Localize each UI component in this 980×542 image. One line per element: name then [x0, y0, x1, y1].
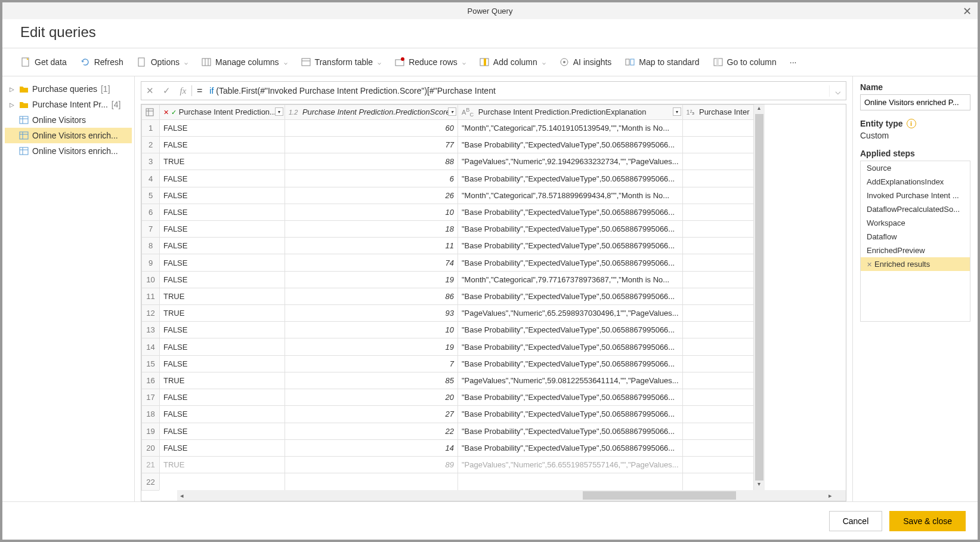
- applied-step[interactable]: AddExplanationsIndex: [861, 175, 970, 189]
- table-row[interactable]: 16TRUE85"PageValues","Numeric",59.081225…: [142, 372, 754, 389]
- cell-partial[interactable]: [682, 153, 753, 170]
- applied-step[interactable]: Source: [861, 161, 970, 175]
- cell-prediction[interactable]: FALSE: [160, 423, 285, 439]
- table-row[interactable]: 19FALSE22"Base Probability","ExpectedVal…: [142, 423, 754, 439]
- cell-prediction[interactable]: FALSE: [160, 204, 285, 220]
- cell-explanation[interactable]: "Base Probability","ExpectedValueType",5…: [458, 338, 683, 355]
- close-icon[interactable]: ✕: [963, 5, 972, 18]
- ai-insights-button[interactable]: AI insights: [553, 53, 618, 71]
- expand-icon[interactable]: ▷: [10, 86, 16, 93]
- cell-partial[interactable]: [682, 204, 753, 220]
- vertical-scrollbar[interactable]: ▴ ▾: [754, 104, 765, 490]
- cell-prediction[interactable]: FALSE: [160, 221, 285, 238]
- cell-partial[interactable]: [682, 372, 753, 389]
- cell-score[interactable]: 74: [285, 254, 458, 271]
- cell-score[interactable]: 89: [285, 456, 458, 473]
- add-column-button[interactable]: Add column ⌵: [473, 53, 552, 71]
- cell-prediction[interactable]: FALSE: [160, 170, 285, 187]
- column-filter-icon[interactable]: ▾: [673, 107, 681, 116]
- cell-prediction[interactable]: FALSE: [160, 137, 285, 153]
- more-button[interactable]: ···: [784, 54, 803, 70]
- row-number-header[interactable]: [142, 105, 160, 120]
- cell-explanation[interactable]: "Base Probability","ExpectedValueType",5…: [458, 170, 683, 187]
- column-header-partial[interactable]: 1²₃ Purchase Inter: [682, 105, 753, 120]
- cell-score[interactable]: 18: [285, 221, 458, 238]
- sidebar-item[interactable]: Online Visitors enrich...: [5, 128, 132, 143]
- cell-explanation[interactable]: "PageValues","Numeric",56.65519857557146…: [458, 456, 683, 473]
- cell-score[interactable]: 85: [285, 372, 458, 389]
- cell-score[interactable]: 22: [285, 423, 458, 439]
- scroll-thumb[interactable]: [583, 491, 736, 500]
- table-row[interactable]: 22: [142, 473, 754, 490]
- cell-partial[interactable]: [682, 406, 753, 423]
- cell-explanation[interactable]: "Base Probability","ExpectedValueType",5…: [458, 288, 683, 304]
- info-icon[interactable]: i: [907, 119, 916, 128]
- applied-step[interactable]: Workspace: [861, 216, 970, 230]
- applied-step[interactable]: EnrichedPreview: [861, 244, 970, 257]
- cell-explanation[interactable]: "PageValues","Numeric",59.08122553641114…: [458, 372, 683, 389]
- horizontal-scrollbar[interactable]: ◂ ▸: [177, 490, 835, 501]
- cell-score[interactable]: 6: [285, 170, 458, 187]
- cell-explanation[interactable]: "Month","Categorical",78.5718899699434,8…: [458, 187, 683, 204]
- cell-partial[interactable]: [682, 389, 753, 406]
- column-header-score[interactable]: 1.2 Purchase Intent Prediction.Predictio…: [285, 105, 458, 120]
- map-to-standard-button[interactable]: Map to standard: [619, 53, 705, 71]
- cell-explanation[interactable]: [458, 473, 683, 490]
- table-row[interactable]: 2FALSE77"Base Probability","ExpectedValu…: [142, 137, 754, 153]
- cell-prediction[interactable]: TRUE: [160, 305, 285, 322]
- table-row[interactable]: 10FALSE19"Month","Categorical",79.771673…: [142, 271, 754, 288]
- table-row[interactable]: 1FALSE60"Month","Categorical",75.1401910…: [142, 119, 754, 136]
- manage-columns-button[interactable]: Manage columns ⌵: [195, 53, 293, 71]
- applied-step[interactable]: ✕Enriched results: [861, 257, 970, 271]
- table-row[interactable]: 11TRUE86"Base Probability","ExpectedValu…: [142, 288, 754, 304]
- formula-cancel-icon[interactable]: ✕: [141, 85, 158, 96]
- cell-score[interactable]: 27: [285, 406, 458, 423]
- cell-partial[interactable]: [682, 271, 753, 288]
- cell-prediction[interactable]: FALSE: [160, 119, 285, 136]
- cell-partial[interactable]: [682, 119, 753, 136]
- table-row[interactable]: 21TRUE89"PageValues","Numeric",56.655198…: [142, 456, 754, 473]
- cell-score[interactable]: 7: [285, 355, 458, 372]
- cell-prediction[interactable]: TRUE: [160, 153, 285, 170]
- applied-step[interactable]: DataflowPrecalculatedSo...: [861, 202, 970, 216]
- cell-prediction[interactable]: FALSE: [160, 355, 285, 372]
- cell-explanation[interactable]: "Base Probability","ExpectedValueType",5…: [458, 406, 683, 423]
- refresh-button[interactable]: Refresh: [74, 53, 129, 71]
- cell-partial[interactable]: [682, 355, 753, 372]
- sidebar-item[interactable]: Online Visitors enrich...: [5, 143, 132, 159]
- cell-explanation[interactable]: "Base Probability","ExpectedValueType",5…: [458, 322, 683, 338]
- cell-score[interactable]: 19: [285, 338, 458, 355]
- cell-score[interactable]: 86: [285, 288, 458, 304]
- fx-icon[interactable]: fx: [175, 86, 191, 96]
- column-filter-icon[interactable]: ▾: [448, 107, 456, 116]
- column-header-explanation[interactable]: ABC Purchase Intent Prediction.Predictio…: [458, 105, 683, 120]
- save-close-button[interactable]: Save & close: [889, 511, 966, 531]
- expand-icon[interactable]: ▷: [10, 101, 16, 108]
- cell-explanation[interactable]: "PageValues","Numeric",65.2598937030496,…: [458, 305, 683, 322]
- cell-partial[interactable]: [682, 305, 753, 322]
- cell-score[interactable]: 11: [285, 238, 458, 254]
- cell-explanation[interactable]: "Base Probability","ExpectedValueType",5…: [458, 254, 683, 271]
- applied-step[interactable]: Invoked Purchase Intent ...: [861, 189, 970, 202]
- transform-table-button[interactable]: Transform table ⌵: [295, 53, 388, 71]
- cell-partial[interactable]: [682, 137, 753, 153]
- cell-explanation[interactable]: "Base Probability","ExpectedValueType",5…: [458, 423, 683, 439]
- scroll-up-icon[interactable]: ▴: [754, 104, 765, 114]
- table-row[interactable]: 3TRUE88"PageValues","Numeric",92.1942963…: [142, 153, 754, 170]
- table-row[interactable]: 14FALSE19"Base Probability","ExpectedVal…: [142, 338, 754, 355]
- cell-prediction[interactable]: TRUE: [160, 456, 285, 473]
- reduce-rows-button[interactable]: Reduce rows ⌵: [388, 53, 472, 71]
- formula-expand-icon[interactable]: ⌵: [829, 85, 846, 97]
- cell-explanation[interactable]: "Base Probability","ExpectedValueType",5…: [458, 137, 683, 153]
- table-row[interactable]: 9FALSE74"Base Probability","ExpectedValu…: [142, 254, 754, 271]
- cell-score[interactable]: 14: [285, 439, 458, 456]
- applied-step[interactable]: Dataflow: [861, 230, 970, 244]
- table-row[interactable]: 6FALSE10"Base Probability","ExpectedValu…: [142, 204, 754, 220]
- cell-explanation[interactable]: "Base Probability","ExpectedValueType",5…: [458, 221, 683, 238]
- cancel-button[interactable]: Cancel: [829, 511, 883, 531]
- table-row[interactable]: 4FALSE6"Base Probability","ExpectedValue…: [142, 170, 754, 187]
- cell-score[interactable]: 88: [285, 153, 458, 170]
- table-row[interactable]: 5FALSE26"Month","Categorical",78.5718899…: [142, 187, 754, 204]
- table-row[interactable]: 20FALSE14"Base Probability","ExpectedVal…: [142, 439, 754, 456]
- cell-prediction[interactable]: FALSE: [160, 389, 285, 406]
